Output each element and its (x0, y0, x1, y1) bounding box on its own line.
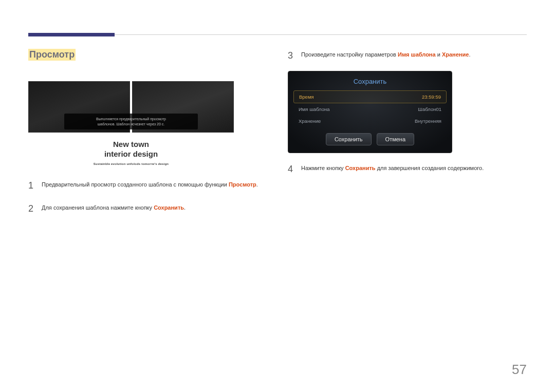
left-column: Просмотр Выполняется предварительный про… (28, 49, 267, 216)
step-1-number: 1 (28, 179, 35, 193)
step-4-text-a: Нажмите кнопку (301, 165, 345, 171)
step-2: 2 Для сохранения шаблона нажмите кнопку … (28, 202, 267, 216)
step-1-em: Просмотр (229, 181, 256, 188)
dialog-row-time-value: 23:59:59 (422, 94, 441, 100)
dialog-row-time-label: Время (299, 94, 314, 100)
save-dialog: Сохранить Время 23:59:59 Имя шаблона Шаб… (288, 71, 452, 153)
cancel-button[interactable]: Отмена (377, 133, 414, 145)
preview-overlay-line2: шаблонов. Шаблон исчезнет через 20 с. (98, 122, 165, 126)
dialog-row-time[interactable]: Время 23:59:59 (293, 90, 447, 103)
step-1-text-b: . (256, 181, 258, 188)
page-number: 57 (512, 362, 527, 378)
dialog-row-storage-value: Внутренняя (415, 118, 441, 124)
dialog-row-storage-label: Хранение (299, 118, 321, 124)
dialog-row-name-label: Имя шаблона (299, 106, 330, 112)
preview-overlay-message: Выполняется предварительный просмотр шаб… (64, 114, 198, 129)
step-3-mid: и (436, 51, 442, 58)
step-3-em1: Имя шаблона (398, 51, 436, 58)
section-title: Просмотр (28, 49, 76, 61)
preview-overlay-line1: Выполняется предварительный просмотр (96, 117, 166, 121)
step-2-text-b: . (184, 204, 186, 211)
top-accent-bar (28, 33, 115, 36)
step-3-text-a: Произведите настройку параметров (301, 51, 398, 58)
dialog-row-name[interactable]: Имя шаблона Шаблон01 (293, 103, 447, 115)
step-3: 3 Произведите настройку параметров Имя ш… (288, 49, 527, 63)
step-1-text: Предварительный просмотр созданного шабл… (42, 179, 258, 193)
step-4: 4 Нажмите кнопку Сохранить для завершени… (288, 162, 527, 176)
step-3-number: 3 (288, 49, 295, 63)
step-3-text: Произведите настройку параметров Имя шаб… (301, 49, 470, 63)
step-2-text: Для сохранения шаблона нажмите кнопку Со… (42, 202, 186, 216)
save-dialog-title: Сохранить (293, 77, 447, 90)
step-1: 1 Предварительный просмотр созданного ша… (28, 179, 267, 193)
step-4-em: Сохранить (345, 165, 376, 171)
preview-mock: Выполняется предварительный просмотр шаб… (28, 81, 234, 170)
right-column: 3 Произведите настройку параметров Имя ш… (288, 49, 527, 216)
step-2-number: 2 (28, 202, 35, 216)
step-2-em: Сохранить (154, 204, 184, 211)
preview-headline-l2: interior design (104, 150, 158, 158)
preview-headline: New town interior design (32, 140, 230, 159)
step-3-em2: Хранение (442, 51, 469, 58)
dialog-row-storage[interactable]: Хранение Внутренняя (293, 115, 447, 127)
step-4-number: 4 (288, 162, 295, 176)
step-4-text: Нажмите кнопку Сохранить для завершения … (301, 162, 484, 176)
step-2-text-a: Для сохранения шаблона нажмите кнопку (42, 204, 154, 211)
step-1-text-a: Предварительный просмотр созданного шабл… (42, 181, 229, 188)
preview-subtitle: Sustainble evolution unfolods tomorrw's … (32, 162, 230, 165)
dialog-row-name-value: Шаблон01 (418, 106, 441, 112)
step-3-text-b: . (469, 51, 470, 58)
step-4-text-b: для завершения создания содержимого. (376, 165, 484, 171)
preview-headline-l1: New town (113, 140, 149, 148)
save-button[interactable]: Сохранить (326, 133, 372, 145)
